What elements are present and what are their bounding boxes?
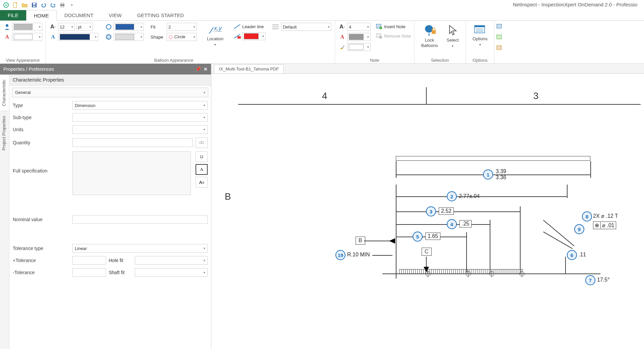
close-icon[interactable]: ✕	[204, 66, 208, 72]
extra-icon-3[interactable]	[496, 44, 503, 52]
datum-c: C	[422, 248, 432, 256]
group-label-selection: Selection	[418, 56, 462, 63]
balloon-fill-color[interactable]: ▾	[114, 33, 144, 41]
new-icon[interactable]	[12, 2, 19, 8]
tab-file[interactable]: FILE	[0, 10, 26, 20]
font-aa-button[interactable]: Aa	[196, 177, 208, 188]
note-size[interactable]: 4▾	[347, 23, 371, 31]
extra-icon-1[interactable]	[496, 23, 503, 30]
insert-note-button[interactable]: + Insert Note	[375, 23, 411, 30]
svg-rect-40	[497, 46, 501, 50]
balloon-1[interactable]: 1	[483, 169, 493, 180]
svg-point-42	[201, 142, 204, 144]
group-default: Default▾	[269, 21, 335, 63]
document-tab[interactable]: IX_Multi-Tool-B1_Tahoma.PDF	[214, 64, 284, 73]
leader-line-label: Leader line	[242, 24, 264, 29]
side-tab-project[interactable]: Project Properties	[0, 111, 9, 155]
view-bg-color[interactable]: ▾	[12, 23, 42, 31]
note-fill[interactable]: ▾	[347, 43, 371, 51]
leader-color[interactable]: ▾	[242, 32, 266, 40]
nominal-label: Nominal value	[13, 217, 70, 222]
default-style[interactable]: Default▾	[281, 23, 331, 31]
target-icon	[425, 270, 431, 277]
plustol-label: +Tolerance	[13, 258, 70, 263]
dim-5: 1.65	[425, 233, 440, 240]
group-options: Options▾ Options	[466, 21, 495, 63]
save-icon[interactable]	[31, 2, 38, 8]
group-note: A↕ 4▾ A ▾ ▾ + Insert Note	[335, 21, 414, 63]
drawing-canvas[interactable]: 4 3 B 1 3.393.36 2 2.77±.04	[211, 74, 644, 349]
minustol-input[interactable]	[72, 268, 106, 277]
extra-icon-2[interactable]	[496, 34, 503, 41]
tab-getting-started[interactable]: GETTING STARTED	[129, 10, 192, 20]
type-label: Type	[13, 103, 70, 108]
fit-input[interactable]: 2▾	[167, 23, 197, 31]
svg-point-12	[169, 36, 172, 39]
balloon-7[interactable]: 7	[585, 275, 595, 285]
lock-balloons-button[interactable]: Lock Balloons	[418, 23, 441, 49]
font-size-icon: A↕	[49, 23, 57, 31]
svg-point-9	[6, 24, 8, 27]
balloon-8[interactable]: 8	[582, 211, 592, 221]
pin-icon[interactable]: 📌	[195, 66, 201, 72]
font-size-input[interactable]: 12▾	[58, 23, 75, 31]
circle-fill-icon	[105, 23, 112, 31]
options-button[interactable]: Options▾	[469, 23, 491, 48]
group-location: x,y Location▾	[200, 21, 230, 63]
balloon-9[interactable]: 9	[574, 224, 584, 234]
svg-rect-34	[475, 26, 485, 27]
shape-input[interactable]: Circle▾	[167, 33, 197, 41]
holefit-input[interactable]: ▾	[135, 256, 208, 265]
balloon-19[interactable]: 19	[335, 250, 345, 260]
select-button[interactable]: Select▾	[443, 23, 462, 49]
quantity-input[interactable]	[72, 138, 193, 147]
remove-note-button[interactable]: Remove Note	[375, 32, 411, 40]
print-icon[interactable]	[59, 2, 66, 8]
units-input[interactable]: ▾	[72, 125, 208, 134]
tab-view[interactable]: VIEW	[101, 10, 129, 20]
ribbon-tabs: FILE HOME DOCUMENT VIEW GETTING STARTED	[0, 10, 644, 21]
svg-point-11	[106, 35, 111, 39]
font-a-button[interactable]: A	[196, 164, 208, 175]
view-fg-color[interactable]: ▾	[12, 33, 42, 41]
tab-home[interactable]: HOME	[26, 10, 57, 21]
toltype-input[interactable]: Linear▾	[72, 244, 208, 253]
fullspec-input[interactable]	[72, 151, 191, 195]
redo-icon[interactable]	[50, 2, 56, 8]
balloon-3[interactable]: 3	[426, 206, 436, 216]
svg-rect-8	[61, 6, 64, 7]
quantity-link-button[interactable]	[196, 137, 208, 148]
balloon-border-color[interactable]: ▾	[114, 23, 144, 31]
section-header: Characteristic Properties	[9, 74, 211, 86]
balloon-2[interactable]: 2	[447, 191, 457, 201]
target-icon	[488, 270, 495, 277]
subtype-input[interactable]: ▾	[72, 113, 208, 122]
undo-icon[interactable]	[40, 2, 47, 8]
type-input[interactable]: Dimension▾	[72, 101, 208, 110]
ruler	[399, 269, 523, 273]
units-label: Units	[13, 127, 70, 132]
side-tab-characteristic[interactable]: Characteristic	[0, 74, 9, 111]
circle-bg-icon	[105, 33, 112, 41]
note-color[interactable]: ▾	[347, 33, 371, 41]
plustol-input[interactable]	[72, 256, 106, 265]
shaftfit-input[interactable]: ▾	[135, 268, 208, 277]
group-extra	[494, 21, 504, 63]
document-area: IX_Multi-Tool-B1_Tahoma.PDF 4 3 B 1 3.39…	[211, 64, 644, 349]
nominal-input[interactable]	[72, 215, 208, 224]
dim-2: 2.77±.04	[459, 193, 480, 199]
location-button[interactable]: x,y Location▾	[204, 23, 227, 48]
font-color-swatch[interactable]: ▾	[58, 33, 98, 41]
open-icon[interactable]	[21, 2, 28, 8]
omega-button[interactable]: Ω	[196, 151, 208, 162]
balloon-5[interactable]: 5	[413, 232, 423, 242]
balloon-6[interactable]: 6	[567, 250, 577, 260]
balloon-4[interactable]: 4	[447, 219, 457, 229]
qat-dropdown-icon[interactable]: ▾	[68, 2, 75, 8]
tab-document[interactable]: DOCUMENT	[57, 10, 101, 20]
dim-4: .25	[460, 220, 472, 228]
brush-icon	[338, 43, 346, 51]
font-unit-input[interactable]: pt▾	[76, 23, 93, 31]
fit-label: Fit	[151, 24, 165, 30]
general-dropdown[interactable]: General▾	[12, 88, 208, 97]
